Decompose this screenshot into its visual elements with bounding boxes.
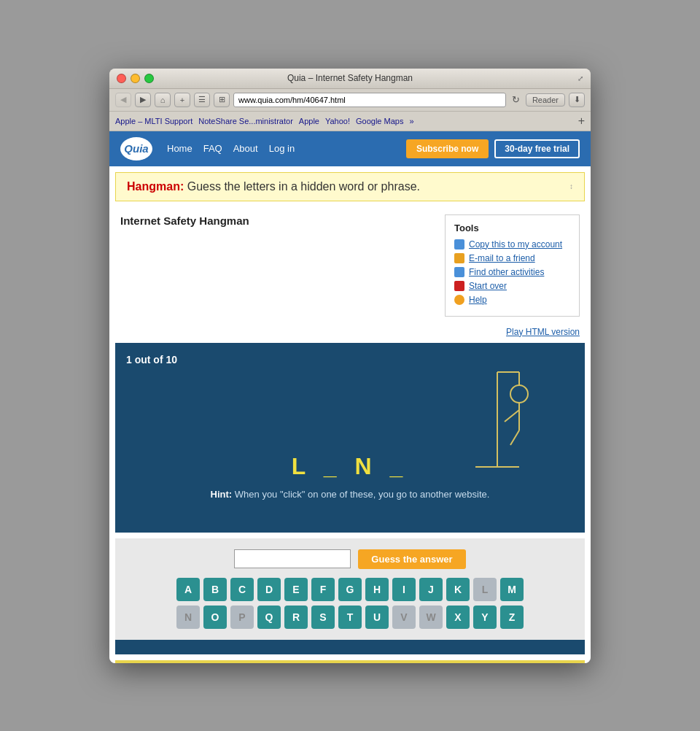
close-button[interactable] (117, 74, 126, 83)
refresh-button[interactable]: ↻ (510, 94, 522, 105)
more-bookmarks[interactable]: » (409, 117, 413, 125)
find-icon (454, 267, 464, 277)
bookmark-yahoo[interactable]: Yahoo! (325, 117, 350, 125)
letter-I[interactable]: I (392, 578, 416, 601)
help-icon (454, 295, 464, 305)
bookmarks-icon[interactable]: ☰ (194, 93, 210, 107)
letter-row-2: N O P Q R S T U V W X Y Z (176, 606, 524, 629)
letter-T[interactable]: T (338, 606, 362, 629)
letter-X[interactable]: X (446, 606, 470, 629)
downloads-icon[interactable]: ⬇ (569, 93, 585, 107)
email-icon (454, 253, 464, 263)
answer-area: Guess the answer A B C D E F G H I J K L (115, 538, 585, 640)
letter-K[interactable]: K (446, 578, 470, 601)
play-html-link[interactable]: Play HTML version (109, 324, 591, 343)
nav-login[interactable]: Log in (269, 143, 295, 154)
letter-grid: A B C D E F G H I J K L M N O P (176, 578, 524, 629)
subscribe-button[interactable]: Subscribe now (406, 139, 489, 158)
letter-F[interactable]: F (311, 578, 335, 601)
svg-line-7 (510, 430, 519, 445)
tool-help[interactable]: Help (454, 295, 570, 305)
tool-find-label: Find other activities (469, 267, 544, 277)
bookmark-apple[interactable]: Apple (299, 117, 319, 125)
hint-prefix: Hint: (211, 489, 233, 500)
answer-input[interactable] (234, 549, 351, 568)
bookmark-google-maps[interactable]: Google Maps (356, 117, 403, 125)
add-tab-button[interactable]: + (174, 93, 190, 107)
letter-W[interactable]: W (419, 606, 443, 629)
add-bookmark-button[interactable]: + (578, 115, 585, 128)
tool-copy[interactable]: Copy this to my account (454, 239, 570, 250)
svg-line-6 (505, 410, 519, 422)
letter-V[interactable]: V (392, 606, 416, 629)
letter-M[interactable]: M (500, 578, 524, 601)
minimize-button[interactable] (131, 74, 140, 83)
game-area: 1 out of 10 (115, 343, 585, 533)
tool-find[interactable]: Find other activities (454, 267, 570, 277)
tool-help-label: Help (469, 295, 487, 305)
resize-icon: ⤢ (578, 74, 583, 82)
tool-email[interactable]: E-mail to a friend (454, 253, 570, 263)
letter-Z[interactable]: Z (500, 606, 524, 629)
window-controls (117, 74, 154, 83)
nav-faq[interactable]: FAQ (203, 143, 222, 154)
nav-home[interactable]: Home (167, 143, 192, 154)
letter-A[interactable]: A (176, 578, 200, 601)
tool-copy-label: Copy this to my account (469, 239, 562, 250)
letter-L[interactable]: L (473, 578, 497, 601)
hint-text: Hint: When you "click" on one of these, … (126, 489, 574, 500)
logo-text: Quia (124, 142, 148, 155)
main-content: Internet Safety Hangman Tools Copy this … (109, 207, 591, 324)
letter-C[interactable]: C (230, 578, 254, 601)
tool-start-label: Start over (469, 281, 507, 291)
browser-window: Quia – Internet Safety Hangman ⤢ ◀ ▶ ⌂ +… (109, 69, 591, 663)
letter-row-1: A B C D E F G H I J K L M (176, 578, 524, 601)
letter-J[interactable]: J (419, 578, 443, 601)
game-footer (115, 640, 585, 654)
quia-navbar: Quia Home FAQ About Log in Subscribe now… (109, 131, 591, 166)
activity-info: Internet Safety Hangman (120, 214, 434, 317)
letter-D[interactable]: D (257, 578, 281, 601)
quia-logo: Quia (120, 137, 152, 160)
activity-title: Internet Safety Hangman (120, 214, 434, 227)
letter-Y[interactable]: Y (473, 606, 497, 629)
banner-body: Guess the letters in a hidden word or ph… (187, 180, 420, 193)
letter-N[interactable]: N (176, 606, 200, 629)
letter-G[interactable]: G (338, 578, 362, 601)
answer-row: Guess the answer (234, 549, 465, 569)
hangman-svg (454, 357, 541, 474)
maximize-button[interactable] (144, 74, 154, 83)
reader-button[interactable]: Reader (526, 93, 565, 107)
letter-B[interactable]: B (203, 578, 227, 601)
tool-start[interactable]: Start over (454, 281, 570, 291)
bookmark-noteshare[interactable]: NoteShare Se...ministrator (198, 117, 293, 125)
hint-body: When you "click" on one of these, you go… (235, 489, 490, 500)
grid-icon[interactable]: ⊞ (214, 93, 230, 107)
forward-button[interactable]: ▶ (135, 93, 151, 107)
copy-icon (454, 239, 464, 250)
home-button[interactable]: ⌂ (155, 93, 171, 107)
back-button[interactable]: ◀ (115, 93, 131, 107)
url-input[interactable] (233, 93, 506, 107)
tools-heading: Tools (454, 223, 570, 233)
svg-point-4 (510, 385, 528, 403)
trial-button[interactable]: 30-day free trial (494, 139, 580, 158)
bookmark-apple-mlti[interactable]: Apple – MLTI Support (115, 117, 192, 125)
letter-U[interactable]: U (365, 606, 389, 629)
letter-P[interactable]: P (230, 606, 254, 629)
letter-E[interactable]: E (284, 578, 308, 601)
nav-about[interactable]: About (233, 143, 258, 154)
letter-S[interactable]: S (311, 606, 335, 629)
nav-links: Home FAQ About Log in (167, 143, 295, 154)
title-bar: Quia – Internet Safety Hangman ⤢ (109, 69, 591, 89)
letter-O[interactable]: O (203, 606, 227, 629)
letter-Q[interactable]: Q (257, 606, 281, 629)
play-html-label: Play HTML version (506, 327, 580, 337)
window-title: Quia – Internet Safety Hangman (287, 73, 413, 83)
separator-line (115, 660, 585, 663)
address-bar: ◀ ▶ ⌂ + ☰ ⊞ ↻ Reader ⬇ (109, 89, 591, 112)
start-icon (454, 281, 464, 291)
letter-H[interactable]: H (365, 578, 389, 601)
letter-R[interactable]: R (284, 606, 308, 629)
guess-button[interactable]: Guess the answer (358, 549, 465, 569)
